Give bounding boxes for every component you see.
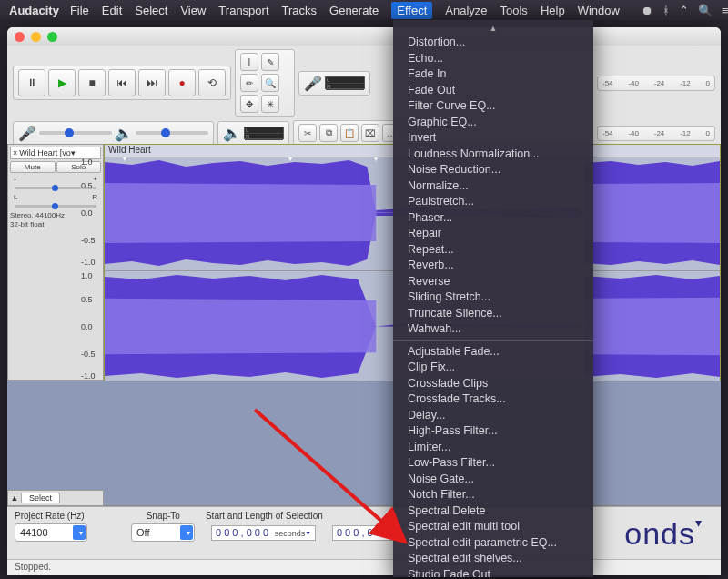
snap-select[interactable]: Off▾: [131, 523, 195, 542]
wifi-icon[interactable]: ⌃: [679, 4, 689, 17]
effect-item[interactable]: High-Pass Filter...: [393, 423, 593, 440]
effect-item[interactable]: Crossfade Tracks...: [393, 391, 593, 408]
copy-button[interactable]: ⧉: [319, 124, 338, 142]
zoom-tool[interactable]: 🔍: [261, 74, 279, 92]
menu-transport[interactable]: Transport: [218, 4, 268, 17]
effect-item[interactable]: Studio Fade Out: [393, 567, 593, 578]
effect-dropdown[interactable]: ▲ Distortion...Echo...Fade InFade OutFil…: [393, 20, 593, 577]
effect-item[interactable]: Graphic EQ...: [393, 115, 593, 131]
effect-item[interactable]: Spectral Delete: [393, 503, 593, 520]
play-volume-slider[interactable]: [136, 131, 208, 135]
tracks-area: ×Wild Heart [vo▾ Mute Solo -+ LR Stereo,…: [7, 144, 721, 506]
window-close[interactable]: [15, 32, 25, 42]
effect-item[interactable]: Noise Reduction...: [393, 162, 593, 178]
play-button[interactable]: ▶: [48, 69, 76, 96]
app-name[interactable]: Audacity: [9, 4, 59, 17]
menu-analyze[interactable]: Analyze: [445, 4, 487, 17]
bluetooth-icon[interactable]: ᚼ: [662, 4, 670, 17]
multi-tool[interactable]: ✳: [261, 95, 279, 113]
menu-icon[interactable]: ≡: [722, 4, 728, 17]
tools-toolbar: I ✎ ✏ 🔍 ✥ ✳: [235, 49, 295, 117]
track-name[interactable]: Wild Heart [vo: [19, 148, 71, 157]
effect-item[interactable]: Wahwah...: [393, 321, 593, 338]
menu-tracks[interactable]: Tracks: [282, 4, 318, 17]
cut-button[interactable]: ✂: [298, 124, 317, 142]
effect-item[interactable]: Loudness Normalization...: [393, 147, 593, 163]
menu-select[interactable]: Select: [135, 4, 167, 17]
selection-tool[interactable]: I: [240, 53, 258, 71]
window-minimize[interactable]: [31, 32, 41, 42]
stop-button[interactable]: ■: [78, 69, 106, 96]
loop-button[interactable]: ⟲: [198, 69, 226, 96]
rec-volume-slider[interactable]: [39, 131, 112, 135]
rec-meter[interactable]: 🎤 LR: [298, 71, 370, 96]
effect-item[interactable]: Spectral edit multi tool: [393, 519, 593, 535]
effect-item[interactable]: Invert: [393, 130, 593, 147]
effect-item[interactable]: Crossfade Clips: [393, 376, 593, 392]
menu-generate[interactable]: Generate: [329, 4, 379, 17]
menu-effect[interactable]: Effect: [391, 2, 432, 19]
effect-item[interactable]: Reverb...: [393, 258, 593, 274]
effect-item[interactable]: Adjustable Fade...: [393, 344, 593, 361]
effect-item[interactable]: Repeat...: [393, 242, 593, 259]
effect-item[interactable]: Distortion...: [393, 35, 593, 51]
effect-item[interactable]: Phaser...: [393, 210, 593, 227]
effect-item[interactable]: Notch Filter...: [393, 487, 593, 503]
effect-item[interactable]: Fade Out: [393, 83, 593, 99]
menu-file[interactable]: File: [70, 4, 89, 17]
edit-toolbar: ✂ ⧉ 📋 ⌧ …: [293, 120, 406, 146]
scroll-up-icon[interactable]: ▲: [393, 24, 593, 35]
effect-item[interactable]: Reverse: [393, 274, 593, 290]
close-icon[interactable]: ×: [13, 148, 17, 157]
selection-start[interactable]: 0 0 0 , 0 0 0 seconds▾: [211, 525, 316, 541]
effect-item[interactable]: Noise Gate...: [393, 472, 593, 488]
effect-item[interactable]: Clip Fix...: [393, 360, 593, 376]
menu-tools[interactable]: Tools: [500, 4, 528, 17]
effect-item[interactable]: Truncate Silence...: [393, 306, 593, 322]
play-meter-scale[interactable]: -54-40-24-120: [597, 126, 715, 141]
paste-button[interactable]: 📋: [340, 124, 359, 142]
solo-button[interactable]: Solo: [56, 161, 102, 173]
effect-item[interactable]: Spectral edit parametric EQ...: [393, 535, 593, 552]
record-button[interactable]: ●: [168, 69, 196, 96]
collapse-icon[interactable]: ▲: [8, 493, 21, 503]
project-rate-select[interactable]: 44100▾: [15, 523, 87, 542]
selection-toolbar: Project Rate (Hz) Snap-To Start and Leng…: [7, 506, 721, 559]
pan-slider[interactable]: [15, 205, 96, 208]
screencast-icon[interactable]: ⏺: [642, 4, 653, 17]
effect-item[interactable]: Repair: [393, 226, 593, 242]
effect-item[interactable]: Filter Curve EQ...: [393, 98, 593, 115]
effect-item[interactable]: Fade In: [393, 66, 593, 83]
rec-meter-scale[interactable]: -54-40-24-120: [597, 76, 715, 91]
pause-button[interactable]: ⏸: [18, 69, 46, 96]
effect-item[interactable]: Echo...: [393, 51, 593, 67]
menu-edit[interactable]: Edit: [102, 4, 122, 17]
timeshift-tool[interactable]: ✥: [240, 95, 258, 113]
skip-start-button[interactable]: ⏮: [108, 69, 136, 96]
trim-button[interactable]: ⌧: [361, 124, 379, 142]
titlebar: [7, 27, 721, 46]
speaker-icon: 🔈: [115, 125, 133, 142]
play-meter[interactable]: 🔈 LR: [217, 121, 289, 146]
menu-help[interactable]: Help: [541, 4, 565, 17]
selection-length[interactable]: 0 0 0 , 0 0 0: [332, 525, 394, 541]
effect-item[interactable]: Paulstretch...: [393, 194, 593, 210]
track-collapse-bar[interactable]: ▲ Select: [7, 490, 104, 506]
skip-end-button[interactable]: ⏭: [138, 69, 166, 96]
menu-window[interactable]: Window: [578, 4, 620, 17]
search-icon[interactable]: 🔍: [698, 4, 713, 17]
effect-item[interactable]: Normalize...: [393, 178, 593, 195]
project-rate-label: Project Rate (Hz): [15, 511, 85, 521]
effect-item[interactable]: Low-Pass Filter...: [393, 455, 593, 472]
mute-button[interactable]: Mute: [10, 161, 56, 173]
draw-tool[interactable]: ✏: [240, 74, 258, 92]
menu-view[interactable]: View: [180, 4, 206, 17]
effect-item[interactable]: Limiter...: [393, 440, 593, 456]
effect-item[interactable]: Sliding Stretch...: [393, 290, 593, 306]
effect-item[interactable]: Delay...: [393, 408, 593, 424]
mic-icon: 🎤: [304, 75, 322, 92]
envelope-tool[interactable]: ✎: [261, 53, 279, 71]
effect-item[interactable]: Spectral edit shelves...: [393, 551, 593, 567]
chevron-down-icon[interactable]: ▾: [71, 148, 76, 157]
window-maximize[interactable]: [47, 32, 57, 42]
